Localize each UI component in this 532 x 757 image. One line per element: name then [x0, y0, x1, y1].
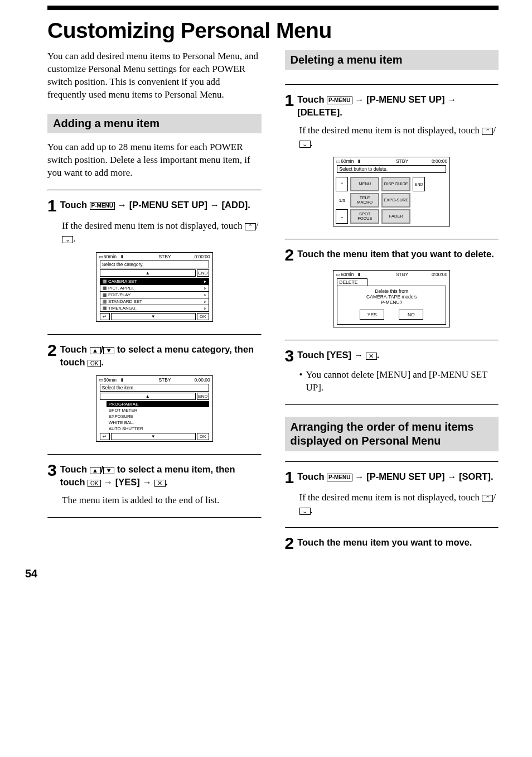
- scroll-down-button[interactable]: ⌄: [336, 209, 348, 224]
- scroll-up-icon[interactable]: ⌃: [482, 128, 493, 135]
- section-heading-delete: Deleting a menu item: [285, 50, 499, 70]
- arrow-icon: →: [210, 200, 222, 210]
- ok-button[interactable]: OK: [197, 313, 209, 320]
- text: .: [311, 138, 313, 148]
- timecode: 0:00:00: [432, 272, 447, 277]
- back-button[interactable]: ↩: [100, 313, 110, 320]
- grid-button[interactable]: FADER: [381, 209, 410, 224]
- step-text: Touch P-MENU → [P-MENU SET UP] → [SORT].: [297, 470, 499, 483]
- delete-step-3: 3 Touch [YES] → ✕. • You cannot delete […: [285, 341, 499, 404]
- delete-step-1: 1 Touch P-MENU → [P-MENU SET UP] → [DELE…: [285, 85, 499, 239]
- ok-icon[interactable]: OK: [88, 360, 101, 367]
- rec-time: ▭60min ⏸: [336, 272, 361, 277]
- up-button[interactable]: ▲: [100, 393, 196, 400]
- timecode: 0:00:00: [432, 158, 447, 164]
- end-button[interactable]: END: [197, 393, 209, 400]
- scroll-down-icon[interactable]: ⌄: [299, 141, 311, 148]
- section-heading-sort: Arranging the order of menu items displa…: [285, 417, 499, 451]
- list-item[interactable]: SPOT METER: [107, 407, 209, 413]
- prompt-text: Select button to delete.: [337, 165, 446, 173]
- up-icon[interactable]: ▲: [90, 467, 101, 474]
- pmenu-button[interactable]: P-MENU: [90, 202, 115, 210]
- scroll-down-icon[interactable]: ⌄: [299, 508, 311, 515]
- rec-status: STBY: [124, 254, 195, 259]
- step-number: 1: [285, 92, 294, 109]
- text: .: [101, 357, 104, 367]
- grid-button[interactable]: DISP GUIDE: [381, 177, 410, 191]
- down-icon[interactable]: ▼: [103, 347, 114, 354]
- list-item[interactable]: ▦ EDIT/PLAY▹: [100, 291, 209, 298]
- end-button[interactable]: END: [197, 269, 209, 277]
- grid-button[interactable]: EXPO-SURE: [381, 193, 410, 208]
- add-step-2: 2 Touch ▲/▼ to select a menu category, t…: [47, 335, 262, 454]
- page-intro: You can add desired menu items to Person…: [47, 50, 262, 102]
- down-icon[interactable]: ▼: [103, 467, 114, 474]
- up-icon[interactable]: ▲: [90, 347, 101, 354]
- timecode: 0:00:00: [194, 377, 210, 383]
- list-item[interactable]: ▦ PICT. APPLI.▹: [100, 285, 209, 291]
- section-heading-add: Adding a menu item: [47, 114, 262, 133]
- step-text: Touch P-MENU → [P-MENU SET UP] → [DELETE…: [297, 93, 499, 119]
- text: Touch: [297, 471, 327, 481]
- text: [YES]: [115, 477, 143, 487]
- ok-icon[interactable]: OK: [88, 480, 101, 487]
- arrow-icon: →: [101, 477, 115, 487]
- step-text: Touch [YES] → ✕.: [297, 349, 499, 361]
- no-button[interactable]: NO: [399, 310, 423, 320]
- ok-button[interactable]: OK: [197, 433, 209, 440]
- scroll-down-icon[interactable]: ⌄: [62, 236, 73, 243]
- grid-button[interactable]: MENU: [350, 177, 379, 191]
- step-note: • You cannot delete [MENU] and [P-MENU S…: [299, 369, 499, 394]
- text: Touch: [60, 200, 90, 210]
- rec-status: STBY: [361, 272, 432, 277]
- step-text: Touch ▲/▼ to select a menu item, then to…: [60, 463, 262, 489]
- text: .: [73, 233, 75, 244]
- close-icon[interactable]: ✕: [366, 353, 377, 360]
- scroll-up-icon[interactable]: ⌃: [482, 495, 493, 502]
- rec-status: STBY: [124, 377, 195, 383]
- grid-button[interactable]: TELE MACRO: [350, 193, 379, 208]
- page-indicator: 1/3: [336, 193, 348, 208]
- delete-step-2: 2 Touch the menu item that you want to d…: [285, 240, 499, 340]
- close-icon[interactable]: ✕: [154, 480, 166, 487]
- pmenu-button[interactable]: P-MENU: [327, 474, 352, 481]
- lcd-figure-category: ▭60min ⏸ STBY 0:00:00 Select the categor…: [96, 252, 213, 322]
- list-item[interactable]: ▦ STANDARD SET▹: [100, 298, 209, 305]
- list-item[interactable]: EXPOSURE: [107, 413, 209, 420]
- text: [DELETE].: [297, 107, 342, 117]
- list-item[interactable]: AUTO SHUTTER: [107, 426, 209, 432]
- grid-button[interactable]: SPOT FOCUS: [350, 209, 379, 224]
- text: .: [377, 350, 380, 360]
- end-button[interactable]: END: [413, 177, 425, 191]
- back-button[interactable]: ↩: [100, 433, 110, 440]
- arrow-icon: →: [447, 471, 459, 481]
- up-button[interactable]: ▲: [100, 269, 196, 277]
- list-item[interactable]: WHITE BAL.: [107, 420, 209, 426]
- text: If the desired menu item is not displaye…: [299, 492, 482, 503]
- step-text: Touch the menu item you want to move.: [297, 536, 499, 549]
- down-button[interactable]: ▼: [111, 433, 196, 440]
- yes-button[interactable]: YES: [360, 310, 384, 320]
- pmenu-button[interactable]: P-MENU: [327, 97, 352, 104]
- step-note: The menu item is added to the end of lis…: [62, 494, 262, 507]
- down-button[interactable]: ▼: [111, 313, 196, 320]
- left-column: You can add desired menu items to Person…: [47, 50, 262, 556]
- page-title: Customizing Personal Menu: [47, 19, 499, 42]
- scroll-up-button[interactable]: ⌃: [336, 177, 348, 191]
- arrow-icon: →: [354, 350, 366, 360]
- right-column: Deleting a menu item 1 Touch P-MENU → [P…: [285, 50, 499, 556]
- list-item[interactable]: ▦ TIME/LANGU.▹: [100, 305, 209, 311]
- text: [ADD].: [222, 200, 250, 210]
- list-item[interactable]: ▦ CAMERA SET▸: [100, 278, 209, 285]
- step-number: 3: [285, 348, 294, 364]
- scroll-up-icon[interactable]: ⌃: [245, 223, 256, 230]
- text: Touch: [60, 464, 90, 474]
- step-note: If the desired menu item is not displaye…: [62, 220, 262, 245]
- list-item[interactable]: PROGRAM AE: [107, 401, 209, 407]
- text: You cannot delete [MENU] and [P-MENU SET…: [306, 369, 499, 394]
- step-number: 3: [47, 462, 57, 479]
- arrow-icon: →: [447, 94, 457, 104]
- text: Touch [YES]: [297, 350, 354, 360]
- prompt-text: Select the category.: [100, 261, 209, 268]
- step-number: 1: [47, 197, 57, 214]
